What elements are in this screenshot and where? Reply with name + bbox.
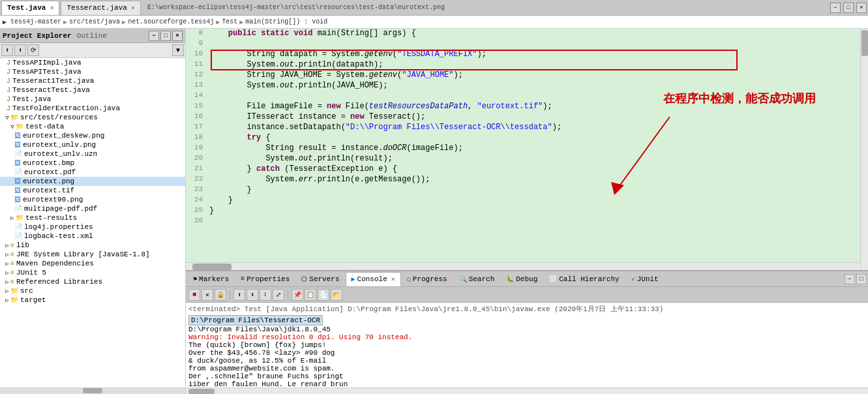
tab-tesseract-java[interactable]: Tesseract.java ✕	[61, 1, 140, 15]
console-run-btn[interactable]: ■	[188, 289, 200, 301]
java-file-icon4: J	[7, 87, 10, 94]
tree-item-target[interactable]: ▷ 📁 target	[0, 296, 185, 305]
java-file-icon6: J	[7, 105, 10, 112]
tab-console[interactable]: ▶ Console ✕	[346, 272, 401, 286]
console-scroll-lock-btn[interactable]: 🔒	[215, 289, 226, 301]
tab-debug-label: Debug	[516, 275, 537, 283]
panel-minimize-btn[interactable]: −	[845, 274, 855, 284]
expand-icon8: ▷	[4, 279, 10, 286]
console-copy-btn[interactable]: 📋	[305, 289, 316, 301]
console-open-btn[interactable]: 📂	[331, 289, 342, 301]
tree-item-test[interactable]: J Test.java	[0, 95, 185, 104]
tab-properties[interactable]: ≡ Properties	[235, 272, 295, 286]
console-btn2[interactable]: ⬇	[247, 289, 258, 301]
servers-icon: ⬡	[301, 275, 307, 283]
tab-junit[interactable]: ✓ JUnit	[625, 272, 665, 286]
editor-hscrollbar[interactable]	[186, 262, 860, 270]
bc-1[interactable]: tess4j-master	[10, 18, 61, 25]
tree-item-tessapiimpl[interactable]: J TessAPIImpl.java	[0, 58, 185, 67]
sidebar-scrollbar[interactable]	[0, 387, 185, 394]
code-line-12: 12 String JAVA_HOME = System.getenv("JAV…	[186, 70, 868, 81]
console-hscrollbar[interactable]	[186, 387, 868, 394]
bc-3[interactable]: net.sourceforge.tess4j	[128, 18, 214, 25]
tree-item-eurotext-png[interactable]: 🖼 eurotext.png	[0, 177, 185, 186]
tree-item-lib[interactable]: ▷ ≡ lib	[0, 241, 185, 250]
expand-icon4: ▷	[4, 242, 10, 249]
tree-item-eurotext-unlv-png[interactable]: 🖼 eurotext_unlv.png	[0, 140, 185, 149]
tree-item-maven[interactable]: ▷ ≡ Maven Dependencies	[0, 259, 185, 268]
expand-icon5: ▷	[4, 251, 10, 258]
sidebar-tb-btn4[interactable]: ▼	[172, 44, 184, 56]
java-file-icon: J	[7, 59, 10, 67]
tree-label: test-results	[25, 214, 77, 222]
tree-item-eurotext-pdf[interactable]: 📄 eurotext.pdf	[0, 168, 185, 177]
tab-markers[interactable]: ⚑ Markers	[187, 272, 235, 286]
tree-label: eurotext.pdf	[24, 168, 76, 176]
sidebar-close-btn[interactable]: ×	[172, 31, 183, 41]
console-path-line: D:\Program Files\Tesseract-OCR	[188, 315, 865, 326]
tree-item-test-results[interactable]: ▷ 📁 test-results	[0, 213, 185, 222]
tab-progress[interactable]: ◌ Progress	[401, 272, 453, 286]
tab-close-tesseract[interactable]: ✕	[131, 4, 135, 12]
close-btn[interactable]: ×	[856, 3, 867, 13]
tree-item-eurotext-deskew[interactable]: 🖼 eurotext_deskew.png	[0, 131, 185, 140]
tab-servers[interactable]: ⬡ Servers	[295, 272, 345, 286]
tree-item-jre[interactable]: ▷ ≡ JRE System Library [JavaSE-1.8]	[0, 250, 185, 259]
bc-4[interactable]: Test	[222, 18, 237, 25]
tab-close-test[interactable]: ✕	[50, 4, 53, 12]
tab-console-close[interactable]: ✕	[391, 275, 395, 283]
tree-item-testfolderextraction[interactable]: J TestFolderExtraction.java	[0, 104, 185, 113]
tree-item-referenced-libs[interactable]: ▷ ≡ Referenced Libraries	[0, 277, 185, 286]
editor-scrollbar[interactable]	[860, 29, 868, 270]
tree-item-eurotext-unlv-uzn[interactable]: 📄 eurotext_unlv.uzn	[0, 149, 185, 159]
tree-item-eurotext-tif[interactable]: 🖼 eurotext.tif	[0, 186, 185, 195]
tree-item-eurotext90-png[interactable]: 🖼 eurotext90.png	[0, 195, 185, 204]
console-hscroll-thumb	[188, 389, 215, 394]
folder-icon: 📁	[10, 114, 18, 121]
console-btn3[interactable]: ↕	[260, 289, 271, 301]
console-clear-btn[interactable]: ✕	[202, 289, 213, 301]
console-btn1[interactable]: ⬆	[233, 289, 245, 301]
maven-icon: ≡	[10, 260, 14, 267]
tab-properties-label: Properties	[247, 275, 290, 283]
maximize-btn[interactable]: □	[843, 3, 854, 13]
code-editor[interactable]: 8 public static void main(String[] args)…	[186, 29, 868, 270]
console-pin-btn[interactable]: 📌	[292, 289, 303, 301]
tree-item-log4j[interactable]: 📄 log4j.properties	[0, 222, 185, 232]
tree-item-tessapitest[interactable]: J TessAPITest.java	[0, 67, 185, 76]
tree-item-src[interactable]: ▷ 📁 src	[0, 286, 185, 296]
console-paste-btn[interactable]: 📄	[318, 289, 329, 301]
call-hierarchy-icon: ⬜	[549, 275, 557, 283]
tree-item-tesseract1test[interactable]: J Tesseract1Test.java	[0, 76, 185, 85]
console-content[interactable]: <terminated> Test [Java Application] D:\…	[186, 303, 868, 387]
code-line-25: 25 }	[186, 206, 868, 217]
bc-2[interactable]: src/test/java	[69, 18, 120, 25]
tab-search[interactable]: 🔍 Search	[453, 272, 501, 286]
bc-5[interactable]: main(String[]) : void	[245, 18, 327, 25]
tab-call-hierarchy[interactable]: ⬜ Call Hierarchy	[543, 272, 625, 286]
tab-debug[interactable]: 🐛 Debug	[500, 272, 543, 286]
tree-item-test-data[interactable]: ▽ 📁 test-data	[0, 122, 185, 131]
java-file-icon3: J	[7, 78, 10, 85]
tree-item-src-test-resources[interactable]: ▽ 📁 src/test/resources	[0, 113, 185, 122]
tree-label: JRE System Library [JavaSE-1.8]	[16, 250, 150, 258]
tree-item-logback[interactable]: 📄 logback-test.xml	[0, 232, 185, 241]
tab-test-java[interactable]: Test.java ✕	[1, 1, 59, 15]
sidebar-minimize-btn[interactable]: −	[149, 31, 159, 41]
annotation-block: 在程序中检测，能否成功调用	[663, 91, 816, 106]
sidebar-maximize-btn[interactable]: □	[160, 31, 171, 41]
tree-item-tesseracttest[interactable]: J TesseractTest.java	[0, 85, 185, 95]
tree-item-multipage-pdf[interactable]: 📄 multipage-pdf.pdf	[0, 204, 185, 213]
expand-icon3: ▷	[9, 215, 16, 222]
tree-item-eurotext-bmp[interactable]: 🖼 eurotext.bmp	[0, 159, 185, 168]
sidebar-tree[interactable]: J TessAPIImpl.java J TessAPITest.java J …	[0, 58, 185, 387]
minimize-btn[interactable]: −	[830, 3, 841, 13]
pdf-icon2: 📄	[14, 205, 22, 213]
sidebar-tb-btn2[interactable]: ⬇	[14, 44, 26, 56]
panel-maximize-btn[interactable]: □	[856, 274, 867, 284]
tree-label: eurotext.png	[23, 177, 74, 185]
sidebar-tb-btn1[interactable]: ⬆	[1, 44, 13, 56]
console-btn4[interactable]: ⤢	[273, 289, 284, 301]
sidebar-tb-btn3[interactable]: ⟳	[27, 44, 39, 56]
tree-item-junit5[interactable]: ▷ ≡ JUnit 5	[0, 268, 185, 277]
